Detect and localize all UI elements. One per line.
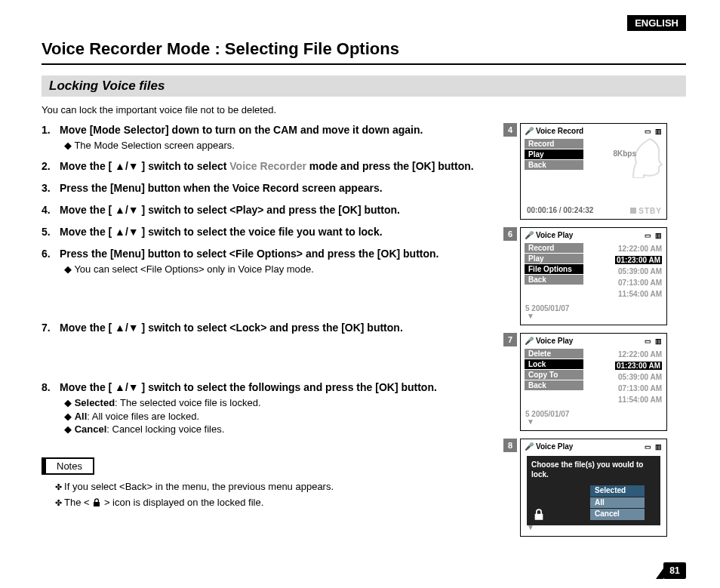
screen-7-badge: 7 bbox=[503, 333, 517, 346]
screen-7-wrap: 7 🎤Voice Play ▭ ▥ Delete Lock Copy To Ba… bbox=[520, 333, 686, 431]
screen-4-badge: 4 bbox=[503, 123, 517, 137]
screen-7-times: 12:22:00 AM 01:23:00 AM 05:39:00 AM 07:1… bbox=[590, 349, 662, 405]
note-1: If you select <Back> in the menu, the pr… bbox=[55, 481, 506, 492]
screen-7-title: Voice Play bbox=[536, 337, 573, 345]
menu-item-play[interactable]: Play bbox=[525, 149, 583, 159]
screen-6-bottom: 5 2005/01/07▼ bbox=[525, 304, 569, 319]
mic-icon: 🎤 bbox=[525, 337, 534, 345]
option-all[interactable]: All bbox=[590, 497, 645, 509]
menu-item-record[interactable]: Record bbox=[525, 243, 583, 253]
status-icons: ▭ ▥ bbox=[645, 128, 663, 135]
overlay-text: Choose the file(s) you would to lock. bbox=[531, 460, 656, 479]
step-8: 8.Move the [ ▲/▼ ] switch to select the … bbox=[42, 380, 506, 436]
screen-6-title: Voice Play bbox=[536, 231, 573, 239]
note-2: The < > icon is displayed on the locked … bbox=[55, 497, 506, 508]
step-5: 5.Move the [ ▲/▼ ] switch to select the … bbox=[42, 225, 506, 239]
menu-item-lock[interactable]: Lock bbox=[525, 359, 583, 369]
menu-item-back[interactable]: Back bbox=[525, 380, 583, 390]
screen-4-menu: Record Play Back bbox=[525, 139, 583, 171]
menu-item-play[interactable]: Play bbox=[525, 254, 583, 263]
screen-8-bottom: ▼ bbox=[525, 524, 534, 530]
menu-item-copy-to[interactable]: Copy To bbox=[525, 370, 583, 380]
menu-item-record[interactable]: Record bbox=[525, 139, 583, 149]
title-rule bbox=[42, 63, 686, 65]
intro-text: You can lock the important voice file no… bbox=[42, 104, 686, 115]
overlay-options: Selected All Cancel bbox=[590, 485, 656, 520]
screen-4-time: 00:00:16 / 00:24:32 bbox=[527, 206, 593, 214]
section-title: Locking Voice files bbox=[42, 75, 686, 97]
screen-4-title: Voice Record bbox=[536, 127, 583, 135]
language-badge: ENGLISH bbox=[627, 15, 686, 31]
step-8-sub-cancel: Cancel: Cancel locking voice files. bbox=[64, 423, 506, 436]
step-8-sub-all: All: All voice files are locked. bbox=[64, 410, 506, 423]
screen-6: 🎤Voice Play ▭ ▥ Record Play File Options… bbox=[520, 227, 667, 325]
screen-7-menu: Delete Lock Copy To Back bbox=[525, 349, 583, 391]
screen-4-stby: STBY bbox=[630, 207, 662, 215]
menu-item-file-options[interactable]: File Options bbox=[525, 264, 583, 274]
mic-icon: 🎤 bbox=[525, 442, 534, 451]
lock-icon bbox=[92, 498, 101, 507]
screen-8: 🎤Voice Play ▭ ▥ Choose the file(s) you w… bbox=[520, 439, 667, 537]
lock-icon bbox=[533, 509, 545, 521]
menu-item-back[interactable]: Back bbox=[525, 275, 583, 285]
option-selected[interactable]: Selected bbox=[590, 485, 645, 497]
screenshots-column: 4 🎤Voice Record ▭ ▥ 8Kbps Record Play Ba… bbox=[520, 123, 686, 544]
screen-4-wrap: 4 🎤Voice Record ▭ ▥ 8Kbps Record Play Ba… bbox=[520, 123, 686, 220]
screen-8-badge: 8 bbox=[503, 439, 517, 452]
step-6-sub: You can select <File Options> only in Vo… bbox=[64, 263, 506, 276]
step-4: 4.Move the [ ▲/▼ ] switch to select <Pla… bbox=[42, 203, 506, 217]
screen-7: 🎤Voice Play ▭ ▥ Delete Lock Copy To Back… bbox=[520, 333, 667, 431]
screen-6-times: 12:22:00 AM 01:23:00 AM 05:39:00 AM 07:1… bbox=[590, 243, 662, 300]
status-icons: ▭ ▥ bbox=[645, 232, 663, 239]
instructions-column: 1.Move [Mode Selector] down to turn on t… bbox=[42, 123, 506, 544]
page-number-badge: 81 bbox=[663, 562, 686, 579]
menu-item-back[interactable]: Back bbox=[525, 160, 583, 170]
mic-icon: 🎤 bbox=[525, 127, 534, 135]
mic-icon: 🎤 bbox=[525, 231, 534, 239]
step-8-sub-selected: Selected: The selected voice file is loc… bbox=[64, 396, 506, 410]
screen-8-title: Voice Play bbox=[536, 442, 573, 451]
screen-7-bottom: 5 2005/01/07▼ bbox=[525, 410, 569, 424]
screen-4-kbps: 8Kbps bbox=[613, 149, 636, 158]
screen-4: 🎤Voice Record ▭ ▥ 8Kbps Record Play Back… bbox=[520, 123, 667, 220]
notes-label: Notes bbox=[42, 457, 94, 475]
step-3: 3.Press the [Menu] button when the Voice… bbox=[42, 181, 506, 195]
step-7: 7.Move the [ ▲/▼ ] switch to select <Loc… bbox=[42, 321, 506, 335]
status-icons: ▭ ▥ bbox=[645, 337, 663, 345]
step-6: 6.Press the [Menu] button to select <Fil… bbox=[42, 247, 506, 276]
screen-6-menu: Record Play File Options Back bbox=[525, 243, 583, 285]
step-2: 2.Move the [ ▲/▼ ] switch to select Voic… bbox=[42, 159, 506, 174]
option-cancel[interactable]: Cancel bbox=[590, 509, 645, 520]
page-title: Voice Recorder Mode : Selecting File Opt… bbox=[42, 39, 686, 59]
screen-8-wrap: 8 🎤Voice Play ▭ ▥ Choose the file(s) you… bbox=[520, 439, 686, 537]
screen-6-wrap: 6 🎤Voice Play ▭ ▥ Record Play File Optio… bbox=[520, 227, 686, 325]
screen-8-overlay: Choose the file(s) you would to lock. Se… bbox=[527, 456, 660, 525]
screen-6-badge: 6 bbox=[503, 227, 517, 241]
step-1-sub: The Mode Selection screen appears. bbox=[64, 139, 506, 152]
menu-item-delete[interactable]: Delete bbox=[525, 349, 583, 359]
status-icons: ▭ ▥ bbox=[645, 443, 663, 451]
step-1: 1.Move [Mode Selector] down to turn on t… bbox=[42, 123, 506, 152]
